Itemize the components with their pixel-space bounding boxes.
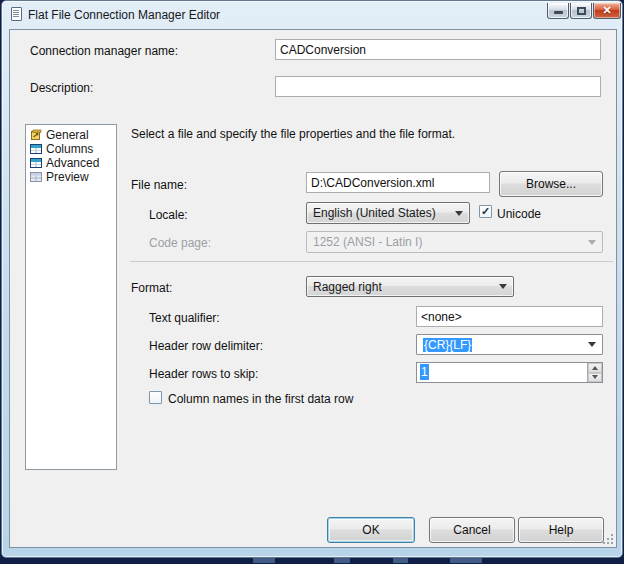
dialog-window: Flat File Connection Manager Editor ✕ Co…: [1, 0, 623, 558]
locale-value: English (United States): [313, 206, 449, 220]
dialog-client-area: Connection manager name: Description: Ge…: [9, 29, 617, 548]
check-icon: ✓: [481, 205, 490, 217]
unicode-label: Unicode: [497, 207, 541, 221]
text-qualifier-input[interactable]: [416, 306, 603, 327]
app-document-icon: [11, 7, 22, 21]
header-row-delimiter-value: {CR}{LF}: [423, 338, 472, 352]
chevron-down-icon: [588, 240, 596, 245]
file-name-label: File name:: [131, 178, 187, 192]
unicode-checkbox[interactable]: ✓: [479, 205, 492, 218]
header-row-delimiter-combo[interactable]: {CR}{LF}: [416, 334, 603, 355]
connection-manager-name-input[interactable]: [275, 39, 601, 60]
header-rows-to-skip-value: 1: [420, 364, 429, 380]
arrow-up-icon: [592, 366, 598, 370]
code-page-label: Code page:: [149, 236, 211, 250]
preview-icon: [30, 171, 42, 183]
help-button[interactable]: Help: [518, 517, 604, 543]
section-separator: [130, 261, 613, 262]
locale-label: Locale:: [149, 208, 188, 222]
sidebar-item-label: Advanced: [46, 156, 99, 170]
format-value: Ragged right: [313, 280, 493, 294]
minimize-icon: [554, 11, 563, 14]
sidebar-item-columns[interactable]: Columns: [26, 142, 116, 156]
format-label: Format:: [131, 281, 172, 295]
spin-up-button[interactable]: [588, 363, 602, 373]
header-rows-to-skip-spinner[interactable]: 1: [416, 362, 603, 383]
maximize-button[interactable]: [570, 3, 592, 19]
minimize-button[interactable]: [547, 3, 569, 19]
sidebar-item-label: General: [46, 128, 89, 142]
close-button[interactable]: ✕: [593, 3, 621, 19]
cancel-button[interactable]: Cancel: [429, 517, 515, 543]
advanced-icon: [30, 157, 42, 169]
intro-text: Select a file and specify the file prope…: [131, 127, 455, 141]
title-bar[interactable]: Flat File Connection Manager Editor ✕: [2, 1, 622, 29]
general-icon: [30, 129, 42, 141]
ok-button[interactable]: OK: [327, 517, 415, 543]
browse-button[interactable]: Browse...: [499, 171, 603, 197]
format-dropdown[interactable]: Ragged right: [306, 276, 514, 297]
sidebar-item-preview[interactable]: Preview: [26, 170, 116, 184]
screen: Flat File Connection Manager Editor ✕ Co…: [0, 0, 624, 564]
text-qualifier-label: Text qualifier:: [149, 311, 220, 325]
maximize-icon: [577, 7, 586, 15]
sidebar-item-label: Preview: [46, 170, 89, 184]
locale-dropdown[interactable]: English (United States): [306, 202, 470, 224]
file-name-input[interactable]: [306, 172, 490, 193]
arrow-down-icon: [592, 375, 598, 379]
header-row-delimiter-label: Header row delimiter:: [149, 339, 263, 353]
page-list: General Columns: [25, 124, 117, 470]
resize-grip[interactable]: [601, 532, 613, 544]
code-page-dropdown: 1252 (ANSI - Latin I): [306, 231, 603, 253]
description-input[interactable]: [275, 76, 601, 97]
column-names-label: Column names in the first data row: [168, 392, 353, 406]
header-rows-to-skip-label: Header rows to skip:: [149, 367, 258, 381]
sidebar-item-advanced[interactable]: Advanced: [26, 156, 116, 170]
code-page-value: 1252 (ANSI - Latin I): [313, 235, 582, 249]
chevron-down-icon: [588, 342, 596, 347]
chevron-down-icon: [455, 211, 463, 216]
window-title: Flat File Connection Manager Editor: [28, 8, 220, 22]
chevron-down-icon: [499, 284, 507, 289]
sidebar-item-label: Columns: [46, 142, 93, 156]
sidebar-item-general[interactable]: General: [26, 128, 116, 142]
connection-manager-name-label: Connection manager name:: [30, 44, 178, 58]
description-label: Description:: [30, 81, 93, 95]
spin-down-button[interactable]: [588, 373, 602, 383]
column-names-checkbox[interactable]: [149, 391, 162, 404]
close-icon: ✕: [594, 4, 620, 17]
columns-icon: [30, 143, 42, 155]
